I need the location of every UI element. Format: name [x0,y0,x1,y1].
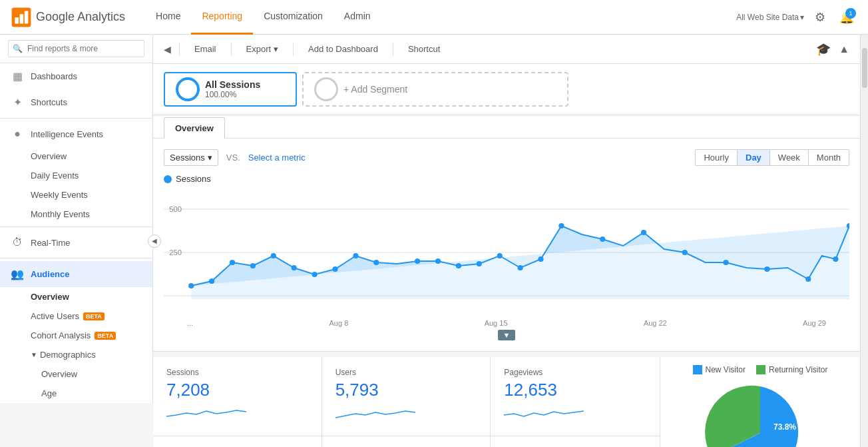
svg-point-27 [600,236,605,242]
intelligence-icon: ● [11,128,24,140]
site-selector-label: All Web Site Data [736,13,799,22]
svg-rect-36 [756,365,765,374]
sidebar-sub-label-ao: Overview [31,292,69,302]
pageviews-sparkline [504,403,584,423]
sidebar: 🔍 ▦ Dashboards ✦ Shortcuts ● Intelligenc… [0,35,153,403]
stat-pageviews: Pageviews 12,653 [491,357,660,436]
toolbar-divider-4 [393,43,393,56]
sidebar-item-dashboards[interactable]: ▦ Dashboards [0,63,152,89]
sidebar-sub-label: Overview [31,151,67,161]
sidebar-sub-active-users[interactable]: Active Users BETA [0,306,152,326]
sidebar-sub-demo-overview[interactable]: Overview [0,364,152,384]
site-selector[interactable]: All Web Site Data ▾ [736,13,804,22]
content-scroll: All Sessions 100.00% + Add Segment Overv… [153,64,860,447]
sidebar-item-realtime[interactable]: ⏱ Real-Time [0,230,152,255]
nav-home[interactable]: Home [145,0,191,35]
sidebar-sub-label-demo-ov: Overview [41,369,77,379]
email-button[interactable]: Email [188,41,223,57]
time-btn-hourly[interactable]: Hourly [696,150,738,165]
overview-tab[interactable]: Overview [164,117,225,139]
sidebar-item-intelligence[interactable]: ● Intelligence Events [0,121,152,147]
nav-reporting[interactable]: Reporting [191,0,253,35]
pie-chart-svg: 73.8% 26.2% [700,380,820,447]
sidebar-sub-demographics[interactable]: ▼ Demographics [0,345,152,364]
audience-icon: 👥 [11,268,24,280]
scrollbar-thumb[interactable] [862,48,867,88]
sidebar-divider-1 [0,118,152,119]
svg-point-18 [373,260,379,265]
select-metric-link[interactable]: Select a metric [248,153,306,163]
sidebar-item-shortcuts[interactable]: ✦ Shortcuts [0,89,152,115]
nav-customization[interactable]: Customization [253,0,333,35]
shortcut-button[interactable]: Shortcut [401,41,447,57]
search-input[interactable] [8,40,144,57]
chart-left-controls: Sessions ▾ VS. Select a metric [164,149,306,166]
sidebar-collapse-button[interactable]: ◀ [148,234,161,248]
stat-users: Users 5,793 [322,357,491,436]
toolbar-divider [179,43,180,56]
new-pct-label: 73.8% [773,422,796,432]
chart-legend: Sessions [164,174,849,184]
sidebar-label-realtime: Real-Time [31,238,70,248]
stat-pageviews-value: 12,653 [504,380,646,400]
sidebar-sub-daily-events[interactable]: Daily Events [0,166,152,185]
date-range-badge: ▼ [498,330,516,340]
segments-bar: All Sessions 100.00% + Add Segment [153,64,860,115]
sidebar-sub-intelligence-overview[interactable]: Overview [0,147,152,166]
time-btn-month[interactable]: Month [809,150,849,165]
segment-percent: 100.00% [205,90,260,99]
add-segment-button[interactable]: + Add Segment [302,72,568,107]
svg-rect-35 [693,365,702,374]
stat-sessions-value: 7,208 [166,380,308,400]
x-label-1: ... [187,319,193,327]
sessions-sparkline [166,403,246,423]
top-nav: Google Analytics Home Reporting Customiz… [0,0,868,35]
segment-name: All Sessions [205,79,260,90]
svg-point-10 [209,278,214,284]
sidebar-sub-cohort[interactable]: Cohort Analysis BETA [0,326,152,345]
svg-point-9 [188,283,194,288]
sidebar-sub-label-daily: Daily Events [31,171,79,181]
sidebar-divider-3 [0,258,152,258]
toolbar-divider-3 [293,43,294,56]
svg-point-15 [312,272,317,277]
x-label-3: Aug 15 [485,319,508,327]
export-arrow-icon: ▾ [274,44,278,54]
pie-legend: New Visitor Returning Visitor [671,365,849,374]
time-btn-week[interactable]: Week [770,150,809,165]
sidebar-label-shortcuts: Shortcuts [31,97,67,107]
sidebar-sub-monthly-events[interactable]: Monthly Events [0,205,152,224]
scrollbar[interactable] [860,35,868,447]
svg-point-26 [558,223,564,228]
scroll-up-icon[interactable]: ▲ [839,43,849,55]
add-to-dashboard-button[interactable]: Add to Dashboard [302,41,385,57]
sidebar-sub-weekly-events[interactable]: Weekly Events [0,185,152,205]
sidebar-label-audience: Audience [31,269,70,279]
sidebar-label-dashboards: Dashboards [31,71,77,81]
svg-text:500: 500 [169,205,182,213]
logo: Google Analytics [11,7,125,28]
sidebar-sub-audience-overview[interactable]: Overview [0,287,152,306]
help-icon[interactable]: 🎓 [816,42,831,57]
sidebar-item-audience[interactable]: 👥 Audience [0,261,152,287]
sidebar-sub-age[interactable]: Age [0,384,152,403]
sidebar-wrapper: 🔍 ▦ Dashboards ✦ Shortcuts ● Intelligenc… [0,35,153,447]
stat-pages-session: Pages / Session 1.76 [153,436,322,447]
stats-right-pie: New Visitor Returning Visitor [660,357,860,447]
sidebar-search-area: 🔍 [0,35,152,63]
sidebar-sub-label-monthly: Monthly Events [31,209,90,219]
google-analytics-logo [11,7,32,28]
returning-visitor-legend: Returning Visitor [756,365,828,374]
svg-point-14 [292,265,297,270]
settings-icon[interactable]: ⚙ [809,7,831,28]
svg-point-30 [723,260,728,265]
time-btn-day[interactable]: Day [738,150,770,165]
notification-icon[interactable]: 🔔 1 [836,7,857,28]
svg-point-31 [764,266,769,272]
export-button[interactable]: Export ▾ [240,41,286,57]
nav-admin[interactable]: Admin [333,0,381,35]
metric-dropdown[interactable]: Sessions ▾ [164,149,218,166]
all-sessions-segment[interactable]: All Sessions 100.00% [164,72,297,107]
sidebar-toggle-icon[interactable]: ◀ [164,44,171,55]
stat-users-label: Users [335,368,477,377]
